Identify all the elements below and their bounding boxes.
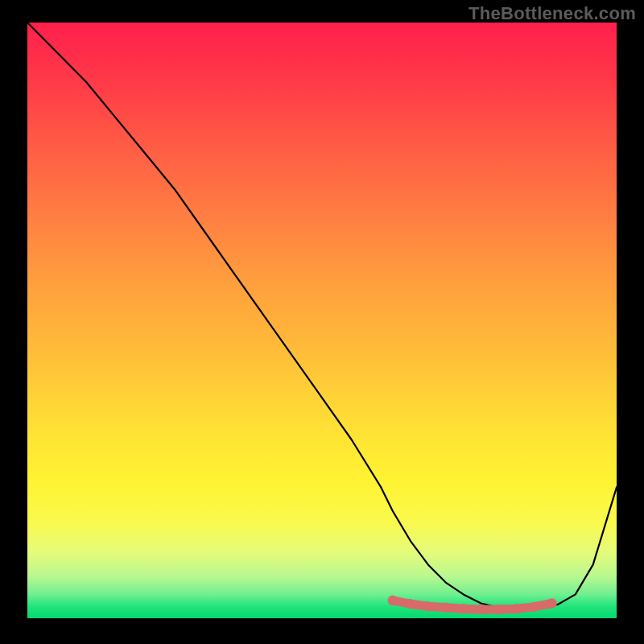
optimal-range-dot — [388, 596, 398, 605]
chart-stage: TheBottleneck.com — [0, 0, 644, 644]
optimal-range-dot — [529, 602, 539, 612]
chart-svg — [27, 23, 617, 618]
optimal-range-dot — [547, 598, 556, 608]
optimal-range-dot — [441, 603, 451, 613]
optimal-range-dot — [423, 601, 433, 611]
optimal-range-dot — [511, 604, 521, 613]
watermark-text: TheBottleneck.com — [469, 3, 636, 24]
optimal-range-path — [393, 601, 552, 609]
optimal-range-dot — [406, 599, 415, 609]
optimal-range-dot — [459, 604, 469, 613]
plot-area — [27, 23, 617, 618]
bottleneck-curve-path — [27, 23, 617, 609]
optimal-range-dot — [493, 605, 503, 614]
optimal-range-dot — [476, 605, 485, 614]
